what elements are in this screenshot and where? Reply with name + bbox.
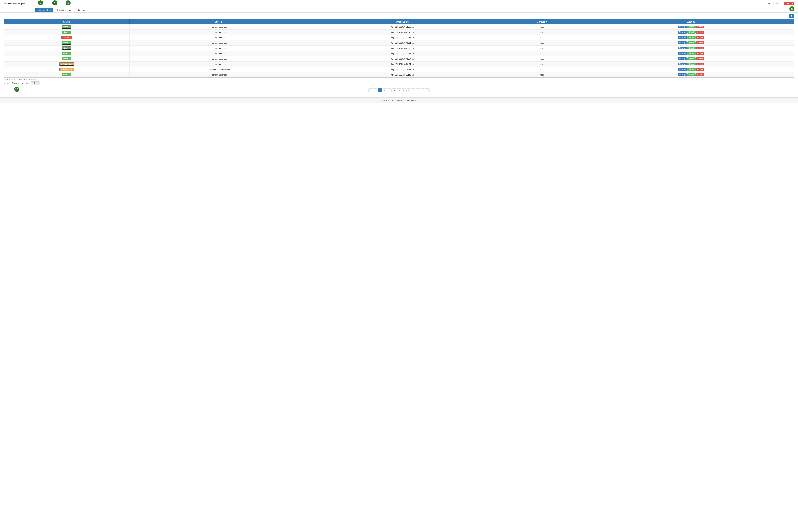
page-button[interactable]: 9 bbox=[416, 89, 420, 92]
archive-button[interactable]: Archive bbox=[696, 31, 704, 34]
archive-button[interactable]: Archive bbox=[696, 47, 704, 50]
col-actions: Actions bbox=[588, 19, 794, 24]
recruit-button[interactable]: Recruit bbox=[687, 47, 696, 50]
filter-button[interactable]: ▼ bbox=[788, 14, 795, 18]
annotation-5: 5 bbox=[65, 0, 71, 5]
cell-status: Open ▼ bbox=[4, 24, 130, 30]
footer-text2: by the Mitochondria Team bbox=[394, 99, 416, 101]
page-button[interactable]: 8 bbox=[411, 89, 416, 92]
cell-date-posted: July 11th 2023, 8:02:19 am bbox=[309, 24, 496, 30]
page-button[interactable]: › bbox=[421, 89, 425, 92]
archive-button[interactable]: Archive bbox=[696, 57, 704, 60]
manage-button[interactable]: Manage bbox=[678, 73, 687, 76]
status-badge[interactable]: In Progress ▼ bbox=[59, 68, 74, 71]
cell-actions: ManageRecruitArchive bbox=[588, 56, 794, 61]
archive-button[interactable]: Archive bbox=[696, 63, 704, 65]
cell-company: test bbox=[496, 30, 588, 35]
page-button[interactable]: 2 bbox=[382, 89, 387, 92]
manage-button[interactable]: Manage bbox=[678, 52, 687, 55]
manage-button[interactable]: Manage bbox=[678, 57, 687, 60]
recruit-button[interactable]: Recruit bbox=[687, 31, 696, 34]
status-badge[interactable]: Open ▼ bbox=[62, 73, 71, 76]
status-badge[interactable]: Open ▼ bbox=[62, 57, 71, 60]
archive-button[interactable]: Archive bbox=[696, 41, 704, 44]
cell-job-title: performance-test bbox=[130, 35, 309, 40]
page-button[interactable]: » bbox=[425, 89, 430, 92]
main-content: 8 9 10 11 12 Status Job Title Date Poste… bbox=[0, 19, 798, 97]
cell-company: test bbox=[496, 45, 588, 51]
cell-actions: ManageRecruitArchive bbox=[588, 45, 794, 51]
page-button[interactable]: « bbox=[368, 89, 373, 92]
table-body: Open ▼performance-testJuly 11th 2023, 8:… bbox=[4, 24, 794, 77]
table-row: Closed ▼performance-testJuly 10th 2023, … bbox=[4, 35, 794, 40]
cell-actions: ManageRecruitArchive bbox=[588, 72, 794, 77]
status-dot bbox=[23, 3, 25, 4]
tab-statistics[interactable]: Statistics bbox=[74, 8, 88, 13]
cell-job-title: performance-test bbox=[130, 51, 309, 56]
col-company: Company bbox=[496, 19, 588, 24]
pagination: 14 «‹123456789›» bbox=[3, 89, 795, 92]
header-right: Authenticated as : Sign out bbox=[766, 2, 795, 5]
search-icon: 🔍 bbox=[3, 2, 6, 5]
recruit-button[interactable]: Recruit bbox=[687, 63, 696, 65]
cell-actions: ManageRecruitArchive bbox=[588, 30, 794, 35]
recruit-button[interactable]: Recruit bbox=[687, 68, 696, 71]
page-button[interactable]: 5 bbox=[397, 89, 401, 92]
app-logo: 🔍 Recruiter App bbox=[3, 2, 25, 5]
cell-job-title: performance-test bbox=[130, 61, 309, 67]
cell-status: Open ▼ bbox=[4, 30, 130, 35]
archive-button[interactable]: Archive bbox=[696, 25, 704, 28]
signout-button[interactable]: Sign out bbox=[784, 2, 795, 5]
status-badge[interactable]: In Progress ▼ bbox=[59, 62, 74, 66]
page-button[interactable]: ‹ bbox=[373, 89, 377, 92]
tab-list-job-offers[interactable]: List job offers bbox=[36, 8, 53, 13]
archive-button[interactable]: Archive bbox=[696, 36, 704, 39]
manage-button[interactable]: Manage bbox=[678, 36, 687, 39]
recruit-button[interactable]: Recruit bbox=[687, 73, 696, 76]
header: 🔍 Recruiter App Authenticated as : Sign … bbox=[0, 0, 798, 7]
page-button[interactable]: 6 bbox=[402, 89, 406, 92]
status-badge[interactable]: Closed ▼ bbox=[61, 36, 72, 39]
display-select[interactable]: 102550100 bbox=[31, 81, 40, 85]
table-row: In Progress ▼performance-test-updatedJul… bbox=[4, 67, 794, 72]
manage-button[interactable]: Manage bbox=[678, 41, 687, 44]
manage-button[interactable]: Manage bbox=[678, 63, 687, 65]
page-button[interactable]: 3 bbox=[387, 89, 392, 92]
status-badge[interactable]: Open ▼ bbox=[62, 31, 71, 34]
status-badge[interactable]: Open ▼ bbox=[62, 41, 71, 44]
page-button[interactable]: 4 bbox=[392, 89, 396, 92]
recruit-button[interactable]: Recruit bbox=[687, 57, 696, 60]
page-button[interactable]: 1 bbox=[378, 89, 382, 92]
archive-button[interactable]: Archive bbox=[696, 73, 704, 76]
cell-date-posted: July 10th 2023, 8:45:30 am bbox=[309, 45, 496, 51]
filter-icon: ▼ bbox=[791, 15, 793, 17]
recruit-button[interactable]: Recruit bbox=[687, 36, 696, 39]
archive-button[interactable]: Archive bbox=[696, 68, 704, 71]
tab-create-job-offer[interactable]: Create job offer bbox=[54, 8, 74, 13]
job-offers-table: Status Job Title Date Posted Company Act… bbox=[4, 19, 794, 77]
pagination-controls: 13 Number of job offers to display 10255… bbox=[3, 81, 795, 85]
manage-button[interactable]: Manage bbox=[678, 68, 687, 71]
table-row: Open ▼performance-testJuly 10th 2023, 8:… bbox=[4, 30, 794, 35]
manage-button[interactable]: Manage bbox=[678, 31, 687, 34]
table-row: Open ▼performance-testJuly 10th 2023, 8:… bbox=[4, 72, 794, 77]
status-badge[interactable]: Open ▼ bbox=[62, 46, 71, 50]
footer: Made with ♥ by the Mitochondria Team bbox=[0, 97, 798, 103]
page-button[interactable]: 7 bbox=[406, 89, 411, 92]
status-badge[interactable]: Open ▼ bbox=[62, 25, 71, 28]
cell-job-title: performance-test bbox=[130, 45, 309, 51]
app-title: Recruiter App bbox=[7, 2, 22, 5]
cell-date-posted: July 10th 2023, 8:21:43 am bbox=[309, 72, 496, 77]
manage-button[interactable]: Manage bbox=[678, 47, 687, 50]
recruit-button[interactable]: Recruit bbox=[687, 25, 696, 28]
col-job-title: Job Title bbox=[130, 19, 309, 24]
annotation-3: 3 bbox=[38, 0, 43, 5]
manage-button[interactable]: Manage bbox=[678, 25, 687, 28]
archive-button[interactable]: Archive bbox=[696, 52, 704, 55]
status-badge[interactable]: Open ▼ bbox=[62, 52, 71, 55]
cell-job-title: performance-test bbox=[130, 40, 309, 45]
cell-job-title: performance-test-updated bbox=[130, 67, 309, 72]
cell-company: test bbox=[496, 24, 588, 30]
recruit-button[interactable]: Recruit bbox=[687, 41, 696, 44]
recruit-button[interactable]: Recruit bbox=[687, 52, 696, 55]
